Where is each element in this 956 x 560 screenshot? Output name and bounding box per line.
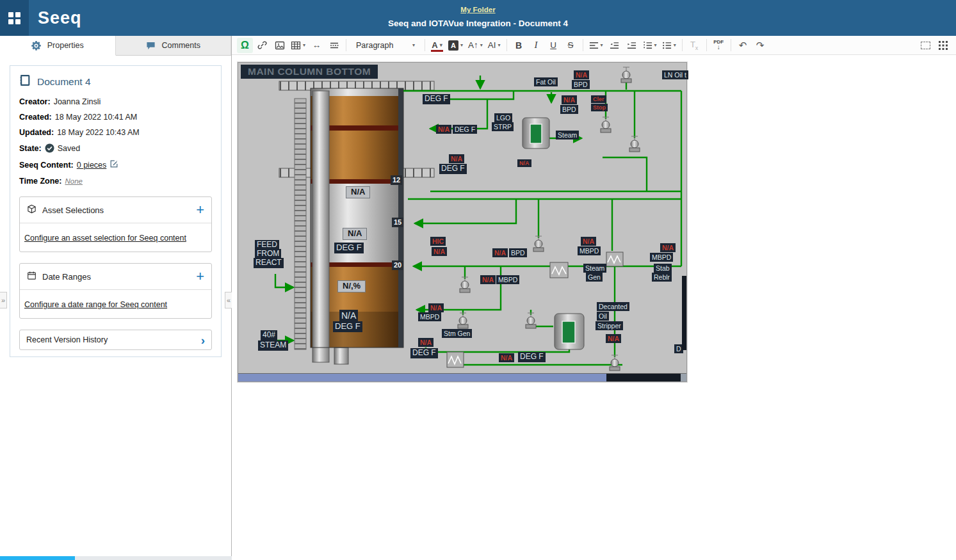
scrollbar-track-dark bbox=[606, 374, 681, 381]
field-state: State: Saved bbox=[19, 143, 212, 153]
chevron-right-icon: › bbox=[201, 334, 205, 346]
add-asset-selection-button[interactable]: + bbox=[196, 203, 204, 217]
asset-selections-title: Asset Selections bbox=[42, 205, 104, 215]
paragraph-style-select[interactable]: Paragraph ▾ bbox=[350, 38, 421, 53]
hmi-diagram-scene bbox=[238, 63, 688, 374]
tab-properties[interactable]: Properties bbox=[0, 36, 116, 56]
configure-date-range-link[interactable]: Configure a date range for Seeq content bbox=[24, 300, 167, 309]
breadcrumb-my-folder[interactable]: My Folder bbox=[460, 6, 495, 13]
add-date-range-button[interactable]: + bbox=[196, 269, 204, 284]
bold-button[interactable]: B bbox=[511, 38, 527, 53]
field-created-value: 18 May 2022 10:41 AM bbox=[55, 113, 138, 122]
insert-seeq-content-button[interactable]: Ω bbox=[237, 38, 253, 53]
toolbar-separator bbox=[731, 39, 731, 51]
decanted-oil-stripper-drum bbox=[555, 314, 584, 349]
bullet-list-icon bbox=[662, 41, 672, 50]
ordered-list-icon bbox=[643, 41, 652, 50]
main-area: Properties Comments Document 4 bbox=[0, 36, 956, 560]
chevron-down-icon: ▾ bbox=[303, 42, 305, 48]
toolbar-separator bbox=[506, 39, 507, 51]
full-width-button[interactable]: ↔ bbox=[309, 38, 325, 53]
progress-track bbox=[0, 556, 232, 560]
panel-expand-handle[interactable]: » bbox=[0, 292, 7, 308]
align-left-icon bbox=[589, 41, 599, 50]
app-switcher-button[interactable] bbox=[0, 0, 29, 36]
align-button[interactable]: ▾ bbox=[587, 38, 605, 53]
export-pdf-button[interactable]: PDF ↓ bbox=[711, 38, 727, 53]
asset-selections-section: Asset Selections + Configure an asset se… bbox=[19, 196, 212, 252]
asset-selections-header: Asset Selections + bbox=[20, 197, 211, 223]
edit-icon[interactable] bbox=[109, 159, 118, 170]
document-canvas[interactable]: Fat OilN/ABPDLN Oil tDEG FN/ABPDClerStop… bbox=[232, 55, 956, 560]
seeq-content-link[interactable]: 0 pieces bbox=[77, 161, 107, 170]
date-ranges-header: Date Ranges + bbox=[20, 264, 211, 289]
tab-properties-label: Properties bbox=[47, 41, 84, 50]
indent-button[interactable] bbox=[624, 38, 640, 53]
italic-button[interactable]: I bbox=[528, 38, 544, 53]
redo-button[interactable]: ↷ bbox=[752, 38, 768, 53]
diagram-vertical-scrollbar[interactable] bbox=[682, 276, 686, 350]
strikethrough-button[interactable]: S bbox=[563, 38, 579, 53]
tab-comments[interactable]: Comments bbox=[116, 36, 232, 55]
field-timezone: Time Zone: None bbox=[19, 177, 212, 186]
main-column bbox=[311, 88, 403, 364]
timezone-link[interactable]: None bbox=[65, 177, 83, 185]
undo-button[interactable]: ↶ bbox=[735, 38, 751, 53]
cube-icon bbox=[27, 204, 36, 216]
font-grow-glyph: A↑ bbox=[468, 40, 478, 50]
chevron-down-icon: ▾ bbox=[440, 42, 442, 48]
indent-icon bbox=[627, 41, 636, 50]
seeq-logo: Seeq bbox=[29, 0, 91, 36]
background-color-button[interactable]: A ▾ bbox=[446, 38, 465, 53]
background-color-glyph: A bbox=[448, 40, 458, 51]
document-card-title: Document 4 bbox=[37, 76, 91, 88]
chevron-down-icon: ▾ bbox=[498, 42, 501, 48]
recent-version-history[interactable]: Recent Version History › bbox=[19, 330, 212, 350]
progress-bar bbox=[0, 556, 75, 560]
field-creator-value: Joanna Zinsli bbox=[54, 97, 101, 106]
font-size-grow-button[interactable]: A↑ ▾ bbox=[466, 38, 485, 53]
dashed-rect-icon bbox=[921, 42, 930, 49]
dot-grid-icon bbox=[938, 40, 948, 51]
font-size-glyph: AI bbox=[488, 40, 496, 50]
editor-content: Ω ▾ ↔ Paragraph ▾ bbox=[232, 36, 956, 560]
bullet-list-button[interactable]: ▾ bbox=[660, 38, 678, 53]
diagram-horizontal-scrollbar[interactable] bbox=[238, 373, 686, 381]
outdent-icon bbox=[610, 41, 619, 50]
gear-icon bbox=[31, 40, 42, 51]
editor-toolbar: Ω ▾ ↔ Paragraph ▾ bbox=[232, 36, 956, 55]
outdent-button[interactable] bbox=[606, 38, 622, 53]
hmi-diagram-image[interactable]: Fat OilN/ABPDLN Oil tDEG FN/ABPDClerStop… bbox=[238, 62, 687, 382]
lgo-stripper-drum bbox=[523, 118, 549, 148]
link-icon bbox=[257, 40, 267, 50]
font-color-glyph: A bbox=[432, 40, 437, 50]
field-updated-value: 18 May 2022 10:43 AM bbox=[57, 128, 140, 137]
insert-link-button[interactable] bbox=[254, 38, 270, 53]
clear-formatting-button[interactable]: Tx bbox=[686, 38, 702, 53]
document-card: Document 4 Creator: Joanna Zinsli Create… bbox=[10, 65, 222, 357]
field-state-label: State: bbox=[19, 144, 42, 153]
properties-panel: Document 4 Creator: Joanna Zinsli Create… bbox=[0, 56, 231, 560]
calendar-icon bbox=[27, 271, 36, 283]
page-break-button[interactable] bbox=[326, 38, 342, 53]
insert-table-button[interactable]: ▾ bbox=[289, 38, 307, 53]
configure-asset-selection-link[interactable]: Configure an asset selection for Seeq co… bbox=[24, 234, 186, 243]
diagram-title: MAIN COLUMN BOTTOM bbox=[241, 65, 378, 79]
grid-view-button[interactable] bbox=[935, 38, 951, 53]
toolbar-separator bbox=[706, 39, 707, 51]
toolbar-separator bbox=[583, 39, 583, 51]
fixed-width-view-button[interactable] bbox=[918, 38, 934, 53]
font-size-button[interactable]: AI ▾ bbox=[486, 38, 503, 53]
font-color-button[interactable]: A ▾ bbox=[429, 38, 445, 53]
document-card-header: Document 4 bbox=[19, 74, 212, 89]
toolbar-separator bbox=[425, 39, 425, 51]
insert-image-button[interactable] bbox=[271, 38, 288, 53]
download-arrow-icon: ↓ bbox=[717, 44, 720, 51]
field-timezone-label: Time Zone: bbox=[19, 177, 61, 186]
ordered-list-button[interactable]: ▾ bbox=[641, 38, 659, 53]
field-seeq-content: Seeq Content: 0 pieces bbox=[19, 159, 212, 170]
underline-button[interactable]: U bbox=[546, 38, 562, 53]
sidebar: Properties Comments Document 4 bbox=[0, 36, 232, 560]
waffle-icon bbox=[8, 12, 20, 24]
sidebar-collapse-handle[interactable]: « bbox=[225, 292, 232, 308]
